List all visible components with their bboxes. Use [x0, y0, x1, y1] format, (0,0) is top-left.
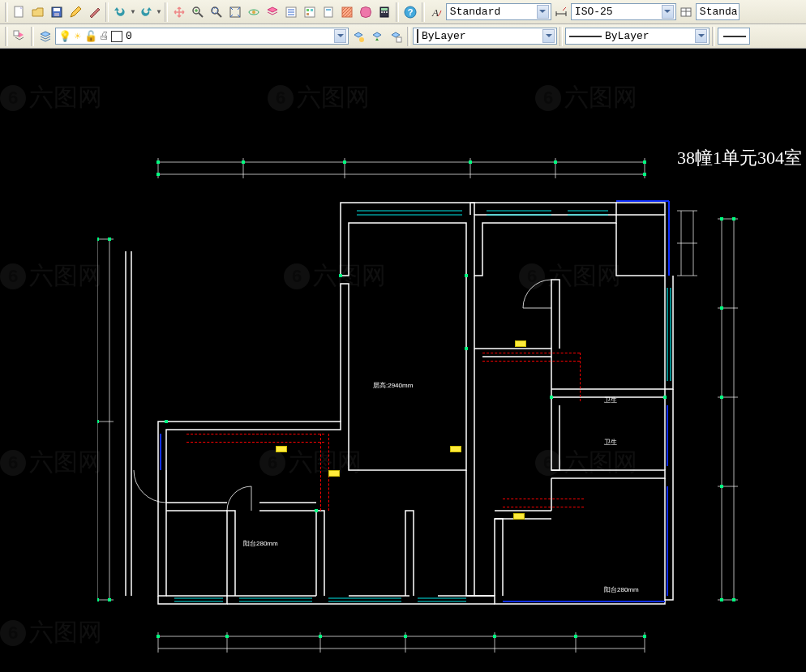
redo-dropdown[interactable]: ▼: [156, 8, 162, 15]
undo-button[interactable]: [111, 3, 129, 21]
svg-rect-130: [465, 347, 468, 350]
svg-rect-78: [156, 635, 160, 638]
tag-marker: [276, 446, 287, 452]
lineweight-combo[interactable]: [718, 28, 750, 45]
chevron-down-icon[interactable]: [542, 29, 555, 43]
dimension-lines-top: [158, 158, 645, 178]
open-button[interactable]: [29, 3, 47, 21]
separator: [105, 2, 109, 22]
demolition-line: [320, 434, 321, 511]
svg-point-14: [252, 11, 255, 14]
grip[interactable]: [559, 27, 563, 46]
properties-button[interactable]: [282, 3, 300, 21]
tag-marker: [328, 470, 340, 477]
color-value: ByLayer: [422, 30, 539, 42]
chevron-down-icon[interactable]: [662, 5, 674, 19]
undo-icon: [114, 6, 126, 19]
toolbar-standard: ▼ ▼ ? A Stand: [0, 0, 806, 24]
save-button[interactable]: [48, 3, 66, 21]
layer-pick-icon: [352, 30, 365, 43]
dim-style-icon: [555, 6, 568, 19]
room-label: 阳台280mm: [243, 539, 278, 548]
zoom-extents-button[interactable]: [226, 3, 244, 21]
layer-combo[interactable]: 💡 ☀ 🔓 🖨 0: [55, 28, 349, 45]
svg-rect-67: [108, 238, 111, 241]
brush-icon: [88, 6, 101, 19]
balcony-lines: [161, 201, 669, 601]
chevron-down-icon[interactable]: [334, 29, 346, 43]
undo-dropdown[interactable]: ▼: [130, 8, 136, 15]
orbit-icon: [247, 6, 260, 19]
orbit-button[interactable]: [245, 3, 263, 21]
redo-button[interactable]: [137, 3, 155, 21]
svg-rect-134: [663, 396, 667, 399]
svg-line-6: [199, 13, 203, 17]
color-swatch-icon: [417, 30, 418, 42]
blocks-button[interactable]: [301, 3, 319, 21]
grip[interactable]: [31, 27, 34, 46]
new-file-button[interactable]: [11, 3, 28, 21]
svg-rect-65: [97, 420, 99, 423]
pan-button[interactable]: [170, 3, 188, 21]
help-button[interactable]: ?: [401, 3, 419, 21]
layers-icon: [266, 6, 279, 19]
room-label: 阳台280mm: [604, 585, 639, 594]
chevron-down-icon[interactable]: [537, 5, 549, 19]
svg-rect-128: [339, 274, 342, 277]
dim-ticks-left: [97, 238, 111, 601]
layer-match-button[interactable]: [349, 28, 367, 45]
layer-manager-button[interactable]: [11, 28, 28, 45]
grip[interactable]: [5, 2, 8, 22]
svg-rect-95: [720, 485, 723, 488]
grip[interactable]: [422, 2, 425, 22]
region-icon: [359, 6, 372, 19]
table-style-button[interactable]: [677, 3, 695, 21]
svg-rect-55: [554, 161, 557, 164]
grip[interactable]: [712, 27, 715, 46]
svg-rect-131: [165, 420, 168, 423]
table-style-combo[interactable]: Standa: [696, 3, 740, 20]
layers-button[interactable]: [264, 3, 281, 21]
layer-prev-button[interactable]: [368, 28, 386, 45]
svg-rect-79: [225, 635, 229, 638]
sheet-button[interactable]: [319, 3, 337, 21]
toolbar-layers: 💡 ☀ 🔓 🖨 0 ByLayer ByLayer: [0, 24, 806, 49]
dimension-lines-bottom: [158, 632, 645, 653]
layer-state-button[interactable]: [387, 28, 405, 45]
help-icon: ?: [404, 6, 417, 19]
svg-rect-42: [397, 37, 401, 42]
region-button[interactable]: [357, 3, 375, 21]
layer-filter-button[interactable]: [36, 28, 54, 45]
layer-state-icon: [389, 30, 402, 43]
properties-icon: [285, 6, 298, 19]
pencil-button[interactable]: [66, 3, 84, 21]
text-style-button[interactable]: A: [427, 3, 445, 21]
grip[interactable]: [5, 27, 8, 46]
grip[interactable]: [407, 27, 410, 46]
svg-rect-98: [732, 598, 735, 601]
calc-button[interactable]: [375, 3, 393, 21]
svg-rect-92: [720, 217, 723, 220]
watermark: 六图网: [0, 259, 102, 293]
chevron-down-icon[interactable]: [695, 29, 707, 43]
text-style-combo[interactable]: Standard: [446, 3, 551, 20]
dim-style-combo[interactable]: ISO-25: [571, 3, 676, 20]
svg-rect-80: [319, 635, 322, 638]
svg-rect-132: [315, 509, 318, 512]
model-space-canvas[interactable]: 六图网 六图网 六图网 六图网 六图网 六图网 六图网 六图网 六图网 六图网 …: [0, 49, 806, 672]
color-combo[interactable]: ByLayer: [413, 28, 557, 45]
svg-rect-28: [381, 11, 383, 13]
svg-line-10: [217, 13, 221, 17]
layer-stack-icon: [39, 30, 52, 43]
blocks-icon: [303, 6, 316, 19]
zoom-window-button[interactable]: [208, 3, 225, 21]
zoom-in-button[interactable]: [189, 3, 207, 21]
svg-rect-23: [324, 7, 332, 17]
svg-rect-19: [305, 7, 315, 17]
linetype-combo[interactable]: ByLayer: [565, 28, 710, 45]
svg-rect-133: [550, 396, 553, 399]
hatch-button[interactable]: [338, 3, 356, 21]
dim-style-button[interactable]: [552, 3, 570, 21]
svg-rect-21: [311, 9, 313, 11]
brush-button[interactable]: [85, 3, 103, 21]
